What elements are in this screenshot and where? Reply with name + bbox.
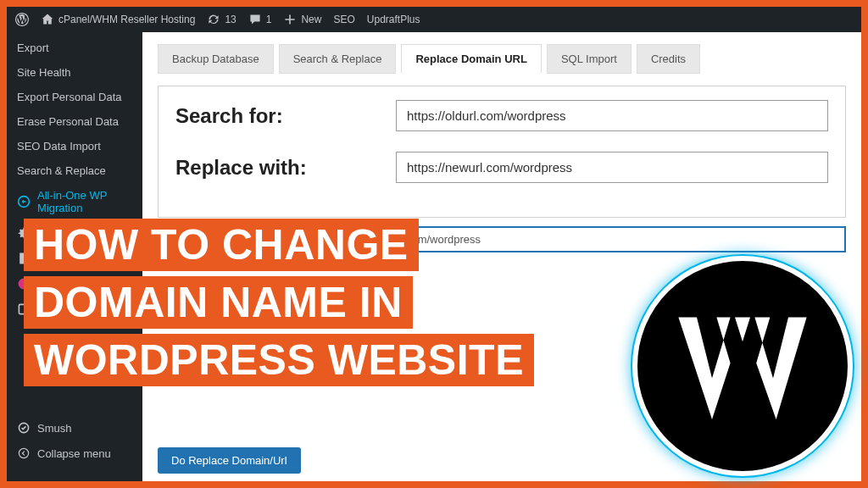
plus-icon <box>283 13 297 26</box>
sidebar-item-smush[interactable]: Smush <box>7 415 142 441</box>
replace-with-label: Replace with: <box>175 156 379 180</box>
title-overlay: HOW TO CHANGE DOMAIN NAME IN WORDPRESS W… <box>24 219 534 386</box>
form-panel: Search for: Replace with: <box>158 86 846 218</box>
comments-count: 1 <box>266 14 272 25</box>
tab-replace-domain-url[interactable]: Replace Domain URL <box>401 44 541 74</box>
migration-icon <box>17 195 31 208</box>
search-for-label: Search for: <box>175 104 379 128</box>
replace-with-input[interactable] <box>396 152 828 183</box>
sidebar-item-erase-personal[interactable]: Erase Personal Data <box>7 109 142 134</box>
sidebar-item-export[interactable]: Export <box>7 36 142 60</box>
replace-with-row: Replace with: <box>175 152 828 183</box>
updates-count: 13 <box>225 14 236 25</box>
sidebar-item-site-health[interactable]: Site Health <box>7 60 142 85</box>
tab-search-replace[interactable]: Search & Replace <box>279 44 397 74</box>
search-for-row: Search for: <box>175 100 828 131</box>
seo-link[interactable]: SEO <box>333 14 354 25</box>
sidebar-item-export-personal[interactable]: Export Personal Data <box>7 85 142 109</box>
new-content-link[interactable]: New <box>283 13 321 26</box>
wordpress-icon <box>15 13 29 26</box>
do-replace-button[interactable]: Do Replace Domain/Url <box>158 447 301 474</box>
collapse-icon <box>17 446 31 460</box>
overlay-line-1: HOW TO CHANGE <box>24 219 419 271</box>
home-icon <box>41 13 54 26</box>
updraft-link[interactable]: UpdraftPlus <box>367 14 420 25</box>
site-title: cPanel/WHM Reseller Hosting <box>58 14 195 25</box>
updates-link[interactable]: 13 <box>207 13 236 26</box>
tab-sql-import[interactable]: SQL Import <box>547 44 632 74</box>
admin-toolbar: cPanel/WHM Reseller Hosting 13 1 New SEO… <box>7 7 861 32</box>
tool-tabs: Backup Database Search & Replace Replace… <box>158 44 846 74</box>
wp-logo-menu[interactable] <box>15 13 29 26</box>
overlay-line-3: WORDPRESS WEBSITE <box>24 334 534 386</box>
svg-point-4 <box>19 448 28 458</box>
sidebar-item-seo-import[interactable]: SEO Data Import <box>7 134 142 158</box>
sidebar-item-aiowpm[interactable]: All-in-One WP Migration <box>7 183 142 220</box>
tab-credits[interactable]: Credits <box>637 44 700 74</box>
wordpress-w-icon <box>666 290 819 442</box>
comment-icon <box>248 13 262 26</box>
sidebar-item-search-replace[interactable]: Search & Replace <box>7 158 142 183</box>
tab-backup-database[interactable]: Backup Database <box>158 44 274 74</box>
wordpress-logo-badge <box>632 256 853 476</box>
smush-icon <box>17 421 31 435</box>
overlay-line-2: DOMAIN NAME IN <box>24 276 413 329</box>
search-for-input[interactable] <box>396 100 828 131</box>
site-home-link[interactable]: cPanel/WHM Reseller Hosting <box>41 13 195 26</box>
comments-link[interactable]: 1 <box>248 13 272 26</box>
refresh-icon <box>207 13 220 26</box>
new-label: New <box>301 14 321 25</box>
collapse-menu[interactable]: Collapse menu <box>7 441 142 466</box>
